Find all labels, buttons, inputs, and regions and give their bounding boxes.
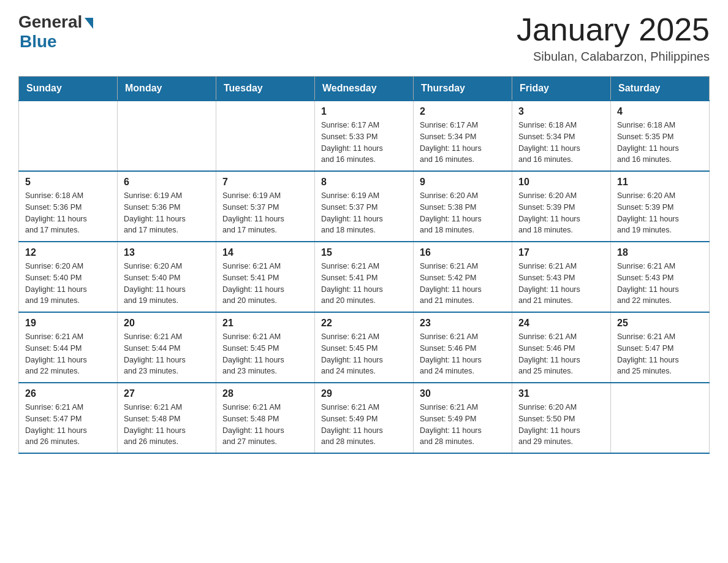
- day-number: 2: [420, 106, 506, 117]
- weekday-header-tuesday: Tuesday: [216, 77, 315, 101]
- calendar-header: SundayMondayTuesdayWednesdayThursdayFrid…: [19, 77, 710, 101]
- calendar-cell: 2Sunrise: 6:17 AM Sunset: 5:34 PM Daylig…: [414, 101, 512, 171]
- day-number: 7: [222, 177, 308, 188]
- calendar-cell: 14Sunrise: 6:21 AM Sunset: 5:41 PM Dayli…: [216, 242, 315, 312]
- calendar-cell: 20Sunrise: 6:21 AM Sunset: 5:44 PM Dayli…: [118, 312, 216, 383]
- day-info: Sunrise: 6:21 AM Sunset: 5:49 PM Dayligh…: [321, 402, 407, 448]
- day-info: Sunrise: 6:20 AM Sunset: 5:39 PM Dayligh…: [617, 190, 703, 236]
- calendar-cell: [611, 383, 710, 453]
- day-info: Sunrise: 6:21 AM Sunset: 5:47 PM Dayligh…: [25, 402, 111, 448]
- calendar-week-row: 5Sunrise: 6:18 AM Sunset: 5:36 PM Daylig…: [19, 171, 710, 242]
- calendar-cell: 18Sunrise: 6:21 AM Sunset: 5:43 PM Dayli…: [611, 242, 710, 312]
- day-number: 8: [321, 177, 407, 188]
- day-number: 23: [420, 318, 506, 329]
- day-number: 13: [124, 247, 210, 258]
- calendar-cell: 13Sunrise: 6:20 AM Sunset: 5:40 PM Dayli…: [118, 242, 216, 312]
- calendar-week-row: 26Sunrise: 6:21 AM Sunset: 5:47 PM Dayli…: [19, 383, 710, 453]
- day-number: 19: [25, 318, 111, 329]
- calendar-cell: 16Sunrise: 6:21 AM Sunset: 5:42 PM Dayli…: [414, 242, 512, 312]
- calendar-cell: 9Sunrise: 6:20 AM Sunset: 5:38 PM Daylig…: [414, 171, 512, 242]
- calendar-cell: 29Sunrise: 6:21 AM Sunset: 5:49 PM Dayli…: [315, 383, 414, 453]
- day-info: Sunrise: 6:21 AM Sunset: 5:48 PM Dayligh…: [124, 402, 210, 448]
- calendar-cell: 21Sunrise: 6:21 AM Sunset: 5:45 PM Dayli…: [216, 312, 315, 383]
- calendar-cell: 6Sunrise: 6:19 AM Sunset: 5:36 PM Daylig…: [118, 171, 216, 242]
- day-number: 25: [617, 318, 703, 329]
- day-info: Sunrise: 6:20 AM Sunset: 5:40 PM Dayligh…: [124, 261, 210, 307]
- day-number: 1: [321, 106, 407, 117]
- title-section: January 2025 Sibulan, Calabarzon, Philip…: [517, 12, 710, 64]
- day-info: Sunrise: 6:21 AM Sunset: 5:47 PM Dayligh…: [617, 331, 703, 377]
- calendar-cell: [216, 101, 315, 171]
- page-header: General Blue January 2025 Sibulan, Calab…: [18, 12, 710, 64]
- day-number: 15: [321, 247, 407, 258]
- weekday-header-friday: Friday: [512, 77, 611, 101]
- day-info: Sunrise: 6:21 AM Sunset: 5:45 PM Dayligh…: [321, 331, 407, 377]
- calendar-cell: 31Sunrise: 6:20 AM Sunset: 5:50 PM Dayli…: [512, 383, 611, 453]
- day-number: 11: [617, 177, 703, 188]
- day-number: 16: [420, 247, 506, 258]
- day-number: 4: [617, 106, 703, 117]
- calendar-cell: 12Sunrise: 6:20 AM Sunset: 5:40 PM Dayli…: [19, 242, 118, 312]
- weekday-header-row: SundayMondayTuesdayWednesdayThursdayFrid…: [19, 77, 710, 101]
- day-info: Sunrise: 6:18 AM Sunset: 5:36 PM Dayligh…: [25, 190, 111, 236]
- day-number: 5: [25, 177, 111, 188]
- weekday-header-thursday: Thursday: [414, 77, 512, 101]
- calendar-cell: 19Sunrise: 6:21 AM Sunset: 5:44 PM Dayli…: [19, 312, 118, 383]
- day-info: Sunrise: 6:20 AM Sunset: 5:39 PM Dayligh…: [518, 190, 604, 236]
- logo-general-text: General: [18, 12, 82, 32]
- calendar-cell: 27Sunrise: 6:21 AM Sunset: 5:48 PM Dayli…: [118, 383, 216, 453]
- calendar-body: 1Sunrise: 6:17 AM Sunset: 5:33 PM Daylig…: [19, 101, 710, 453]
- calendar-week-row: 19Sunrise: 6:21 AM Sunset: 5:44 PM Dayli…: [19, 312, 710, 383]
- day-info: Sunrise: 6:21 AM Sunset: 5:44 PM Dayligh…: [124, 331, 210, 377]
- day-info: Sunrise: 6:20 AM Sunset: 5:40 PM Dayligh…: [25, 261, 111, 307]
- day-number: 22: [321, 318, 407, 329]
- calendar-cell: 25Sunrise: 6:21 AM Sunset: 5:47 PM Dayli…: [611, 312, 710, 383]
- day-number: 29: [321, 388, 407, 399]
- day-number: 6: [124, 177, 210, 188]
- day-number: 26: [25, 388, 111, 399]
- day-number: 24: [518, 318, 604, 329]
- logo-arrow-icon: [85, 18, 93, 29]
- day-info: Sunrise: 6:21 AM Sunset: 5:43 PM Dayligh…: [518, 261, 604, 307]
- weekday-header-sunday: Sunday: [19, 77, 118, 101]
- day-number: 20: [124, 318, 210, 329]
- calendar-cell: [118, 101, 216, 171]
- day-info: Sunrise: 6:21 AM Sunset: 5:42 PM Dayligh…: [420, 261, 506, 307]
- month-title: January 2025: [517, 12, 710, 47]
- day-number: 12: [25, 247, 111, 258]
- calendar-cell: 3Sunrise: 6:18 AM Sunset: 5:34 PM Daylig…: [512, 101, 611, 171]
- day-number: 17: [518, 247, 604, 258]
- day-info: Sunrise: 6:17 AM Sunset: 5:34 PM Dayligh…: [420, 120, 506, 166]
- day-number: 27: [124, 388, 210, 399]
- day-number: 28: [222, 388, 308, 399]
- calendar-cell: 23Sunrise: 6:21 AM Sunset: 5:46 PM Dayli…: [414, 312, 512, 383]
- calendar-cell: 17Sunrise: 6:21 AM Sunset: 5:43 PM Dayli…: [512, 242, 611, 312]
- calendar-cell: 5Sunrise: 6:18 AM Sunset: 5:36 PM Daylig…: [19, 171, 118, 242]
- calendar-cell: 15Sunrise: 6:21 AM Sunset: 5:41 PM Dayli…: [315, 242, 414, 312]
- day-number: 14: [222, 247, 308, 258]
- day-info: Sunrise: 6:20 AM Sunset: 5:50 PM Dayligh…: [518, 402, 604, 448]
- day-number: 3: [518, 106, 604, 117]
- weekday-header-monday: Monday: [118, 77, 216, 101]
- logo: General Blue: [18, 12, 93, 52]
- location-subtitle: Sibulan, Calabarzon, Philippines: [517, 50, 710, 64]
- calendar-cell: 10Sunrise: 6:20 AM Sunset: 5:39 PM Dayli…: [512, 171, 611, 242]
- day-number: 31: [518, 388, 604, 399]
- calendar-table: SundayMondayTuesdayWednesdayThursdayFrid…: [18, 76, 710, 454]
- day-number: 30: [420, 388, 506, 399]
- calendar-cell: 1Sunrise: 6:17 AM Sunset: 5:33 PM Daylig…: [315, 101, 414, 171]
- calendar-cell: 24Sunrise: 6:21 AM Sunset: 5:46 PM Dayli…: [512, 312, 611, 383]
- day-info: Sunrise: 6:19 AM Sunset: 5:36 PM Dayligh…: [124, 190, 210, 236]
- day-info: Sunrise: 6:19 AM Sunset: 5:37 PM Dayligh…: [321, 190, 407, 236]
- calendar-cell: 28Sunrise: 6:21 AM Sunset: 5:48 PM Dayli…: [216, 383, 315, 453]
- day-info: Sunrise: 6:21 AM Sunset: 5:48 PM Dayligh…: [222, 402, 308, 448]
- day-info: Sunrise: 6:21 AM Sunset: 5:46 PM Dayligh…: [420, 331, 506, 377]
- day-info: Sunrise: 6:18 AM Sunset: 5:34 PM Dayligh…: [518, 120, 604, 166]
- day-info: Sunrise: 6:21 AM Sunset: 5:41 PM Dayligh…: [321, 261, 407, 307]
- day-number: 9: [420, 177, 506, 188]
- calendar-week-row: 12Sunrise: 6:20 AM Sunset: 5:40 PM Dayli…: [19, 242, 710, 312]
- weekday-header-wednesday: Wednesday: [315, 77, 414, 101]
- calendar-cell: 4Sunrise: 6:18 AM Sunset: 5:35 PM Daylig…: [611, 101, 710, 171]
- calendar-cell: 26Sunrise: 6:21 AM Sunset: 5:47 PM Dayli…: [19, 383, 118, 453]
- day-info: Sunrise: 6:18 AM Sunset: 5:35 PM Dayligh…: [617, 120, 703, 166]
